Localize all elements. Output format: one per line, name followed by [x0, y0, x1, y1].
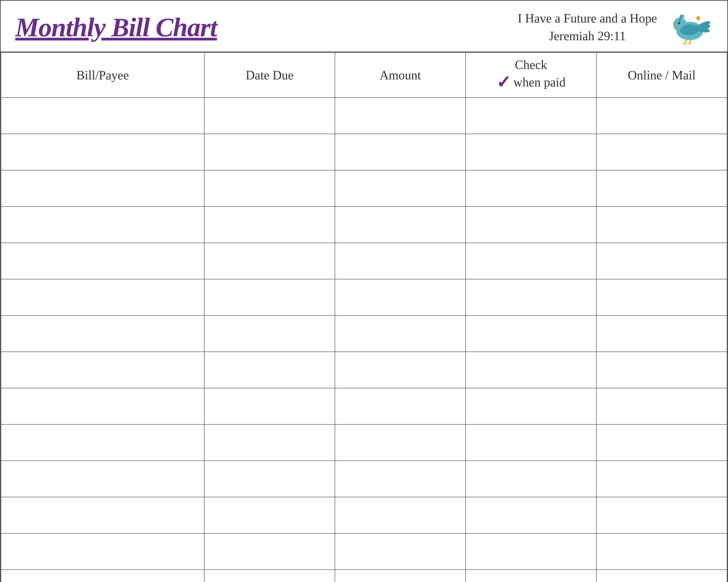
table-row — [1, 533, 727, 570]
table-row — [1, 170, 727, 206]
table-cell — [335, 388, 466, 424]
table-cell — [466, 570, 596, 582]
table-cell — [466, 461, 596, 497]
check-content: Check ✓ when paid — [473, 58, 589, 92]
table-cell — [1, 424, 204, 461]
table-cell — [1, 570, 204, 582]
table-cell — [204, 570, 335, 582]
table-cell — [335, 570, 466, 582]
table-cell — [335, 461, 466, 497]
table-cell — [596, 497, 727, 533]
table-cell — [335, 206, 466, 243]
table-cell — [596, 134, 727, 170]
table-cell — [596, 352, 727, 388]
svg-point-8 — [678, 22, 679, 23]
svg-line-16 — [690, 43, 691, 45]
col-header-bill: Bill/Payee — [1, 53, 204, 98]
table-row — [1, 134, 727, 170]
svg-point-7 — [678, 22, 680, 24]
table-cell — [466, 243, 596, 279]
svg-line-15 — [687, 43, 690, 44]
table-cell — [596, 424, 727, 461]
svg-point-17 — [696, 16, 700, 20]
table-cell — [596, 243, 727, 279]
table-cell — [466, 388, 596, 424]
table-cell — [335, 170, 466, 206]
verse-line2: Jeremiah 29:11 — [518, 27, 657, 45]
bird-icon — [664, 8, 713, 47]
header: Monthly Bill Chart I Have a Future and a… — [1, 1, 727, 52]
table-cell — [204, 134, 335, 170]
table-cell — [596, 170, 727, 206]
verse-line1: I Have a Future and a Hope — [518, 10, 657, 27]
table-cell — [596, 206, 727, 243]
table-cell — [1, 461, 204, 497]
table-cell — [335, 98, 466, 134]
col-header-online: Online / Mail — [596, 53, 727, 98]
table-cell — [596, 461, 727, 497]
table-cell — [1, 170, 204, 206]
main-title: Monthly Bill Chart — [15, 13, 217, 42]
table-header-row: Bill/Payee Date Due Amount Check ✓ w — [1, 53, 727, 98]
table-cell — [335, 533, 466, 570]
table-cell — [466, 98, 596, 134]
table-cell — [335, 424, 466, 461]
table-cell — [1, 352, 204, 388]
table-row — [1, 279, 727, 315]
table-cell — [466, 424, 596, 461]
table-cell — [466, 206, 596, 243]
table-row — [1, 570, 727, 582]
table-cell — [204, 388, 335, 424]
check-label-when-paid: when paid — [513, 75, 565, 89]
table-cell — [466, 533, 596, 570]
table-cell — [1, 98, 204, 134]
table-row — [1, 243, 727, 279]
table-row — [1, 461, 727, 497]
bird-area — [664, 8, 713, 47]
table-cell — [1, 388, 204, 424]
title-area: Monthly Bill Chart — [15, 13, 217, 42]
table-cell — [466, 315, 596, 352]
col-header-check: Check ✓ when paid — [466, 53, 596, 98]
table-row — [1, 388, 727, 424]
check-label-top: Check — [515, 58, 547, 72]
header-right: I Have a Future and a Hope Jeremiah 29:1… — [518, 8, 713, 47]
table-cell — [204, 497, 335, 533]
table-cell — [466, 134, 596, 170]
table-cell — [335, 279, 466, 315]
col-header-amount: Amount — [335, 53, 466, 98]
table-cell — [1, 315, 204, 352]
table-cell — [335, 497, 466, 533]
table-cell — [466, 170, 596, 206]
table-cell — [596, 570, 727, 582]
table-row — [1, 424, 727, 461]
table-cell — [204, 243, 335, 279]
table-row — [1, 315, 727, 352]
table-cell — [335, 243, 466, 279]
table-cell — [204, 533, 335, 570]
table-cell — [1, 279, 204, 315]
table-cell — [204, 352, 335, 388]
table-wrapper: Bill/Payee Date Due Amount Check ✓ w — [1, 52, 727, 582]
col-header-date: Date Due — [204, 53, 335, 98]
table-cell — [1, 243, 204, 279]
table-cell — [596, 533, 727, 570]
table-cell — [204, 315, 335, 352]
svg-line-13 — [685, 43, 685, 45]
table-cell — [204, 206, 335, 243]
table-cell — [596, 388, 727, 424]
table-cell — [1, 533, 204, 570]
table-row — [1, 497, 727, 533]
check-label-bottom: ✓ when paid — [496, 72, 565, 92]
table-cell — [335, 352, 466, 388]
table-cell — [466, 352, 596, 388]
table-cell — [596, 98, 727, 134]
table-row — [1, 352, 727, 388]
table-body — [1, 98, 727, 582]
table-cell — [335, 134, 466, 170]
table-cell — [204, 279, 335, 315]
table-cell — [1, 206, 204, 243]
table-row — [1, 206, 727, 243]
table-cell — [1, 134, 204, 170]
page: Monthly Bill Chart I Have a Future and a… — [1, 1, 727, 582]
